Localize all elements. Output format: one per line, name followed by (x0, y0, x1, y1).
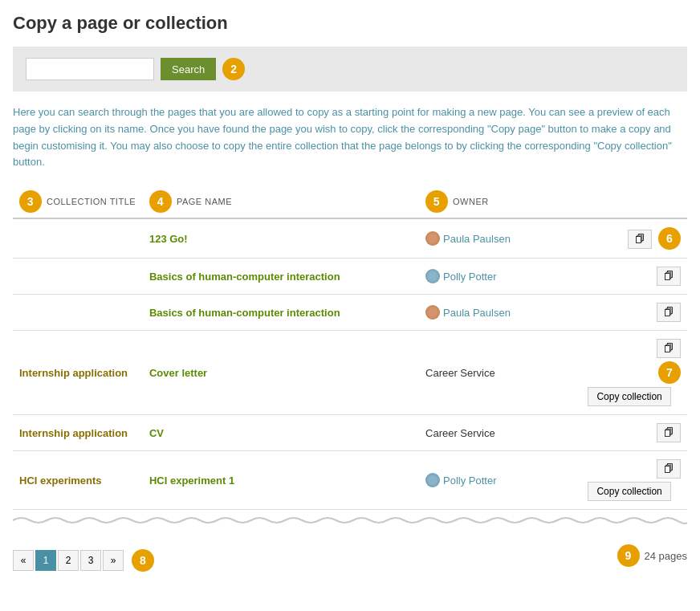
col-header-actions (581, 185, 687, 218)
table-row: Internship applicationCover letterCareer… (13, 331, 687, 415)
wavy-divider (13, 515, 687, 526)
badge-9: 9 (617, 544, 640, 567)
avatar (425, 473, 440, 487)
cell-actions: 🗍 (581, 259, 687, 295)
avatar (425, 231, 440, 246)
page-link[interactable]: 123 Go! (149, 233, 188, 245)
table-row: HCI experimentsHCI experiment 1 Polly Po… (13, 451, 687, 510)
cell-owner: Career Service (419, 415, 581, 451)
copy-page-button[interactable]: 🗍 (657, 267, 681, 286)
cell-collection (13, 259, 143, 295)
page-name[interactable]: CV (149, 427, 164, 439)
copy-page-button[interactable]: 🗍 (657, 303, 681, 322)
table-row: Basics of human-computer interaction Pol… (13, 259, 687, 295)
page-link[interactable]: Basics of human-computer interaction (149, 307, 340, 319)
search-input[interactable] (26, 58, 154, 80)
owner-text: Career Service (425, 427, 495, 439)
badge-3: 3 (19, 190, 42, 213)
page-link[interactable]: Basics of human-computer interaction (149, 271, 340, 283)
pagination-page-2[interactable]: 2 (58, 550, 79, 571)
cell-owner: Career Service (419, 331, 581, 415)
cell-page: HCI experiment 1 (143, 451, 419, 510)
badge-8: 8 (132, 549, 154, 572)
owner-link[interactable]: Paula Paulsen (425, 231, 575, 246)
owner-text: Career Service (425, 367, 495, 379)
copy-icon: 🗍 (664, 307, 674, 318)
cell-collection (13, 295, 143, 331)
cell-owner: Polly Potter (419, 451, 581, 510)
cell-page: Cover letter (143, 331, 419, 415)
cell-actions: 🗍 (581, 295, 687, 331)
page-name[interactable]: 123 Go! (149, 233, 188, 245)
pagination-page-1[interactable]: 1 (35, 550, 56, 571)
copy-page-button[interactable]: 🗍 (657, 423, 681, 442)
copy-collection-button[interactable]: Copy collection (588, 387, 670, 406)
page-name[interactable]: Cover letter (149, 367, 207, 379)
search-button[interactable]: Search (161, 58, 216, 80)
col-header-collection: 3 Collection Title (13, 185, 143, 218)
info-text: Here you can search through the pages th… (13, 104, 687, 171)
cell-actions: 🗍 6 (581, 218, 687, 259)
cell-page: Basics of human-computer interaction (143, 295, 419, 331)
badge-5: 5 (425, 190, 448, 213)
cell-collection (13, 218, 143, 259)
owner-link[interactable]: Paula Paulsen (425, 305, 575, 320)
copy-page-button[interactable]: 🗍 (657, 339, 681, 358)
pagination-wrapper: « 1 2 3 » 8 9 24 pages (13, 540, 687, 572)
cell-page: Basics of human-computer interaction (143, 259, 419, 295)
copy-page-button[interactable]: 🗍 (628, 230, 652, 249)
cell-owner: Paula Paulsen (419, 218, 581, 259)
badge-7: 7 (658, 361, 681, 384)
cell-owner: Paula Paulsen (419, 295, 581, 331)
owner-link[interactable]: Polly Potter (425, 269, 575, 283)
copy-page-button[interactable]: 🗍 (657, 459, 681, 479)
avatar (425, 269, 440, 283)
table-row: Internship applicationCVCareer Service🗍 (13, 415, 687, 451)
owner-link[interactable]: Polly Potter (425, 473, 575, 487)
collection-title: Internship application (19, 427, 128, 439)
avatar (425, 305, 440, 320)
copy-icon: 🗍 (664, 463, 674, 475)
cell-actions: 🗍Copy collection (581, 451, 687, 510)
cell-collection: Internship application (13, 415, 143, 451)
page-name[interactable]: HCI experiment 1 (149, 475, 234, 487)
badge-6: 6 (658, 227, 681, 250)
copy-icon: 🗍 (635, 234, 645, 245)
table-header-row: 3 Collection Title 4 Page Name 5 Owner (13, 185, 687, 218)
cell-actions: 🗍7 Copy collection (581, 331, 687, 415)
collection-title: HCI experiments (19, 475, 102, 487)
copy-icon: 🗍 (664, 427, 674, 438)
copy-icon: 🗍 (664, 271, 674, 282)
page-link[interactable]: CV (149, 427, 164, 439)
pagination-prev[interactable]: « (13, 550, 34, 571)
results-table: 3 Collection Title 4 Page Name 5 Owner 1… (13, 185, 687, 510)
pagination-page-3[interactable]: 3 (80, 550, 101, 571)
copy-collection-button[interactable]: Copy collection (588, 482, 670, 501)
collection-title: Internship application (19, 367, 128, 379)
badge-4: 4 (149, 190, 172, 213)
page-title: Copy a page or collection (13, 13, 687, 34)
page-name[interactable]: Basics of human-computer interaction (149, 271, 340, 283)
cell-page: 123 Go! (143, 218, 419, 259)
cell-actions: 🗍 (581, 415, 687, 451)
page-link[interactable]: HCI experiment 1 (149, 475, 234, 487)
table-row: 123 Go! Paula Paulsen🗍 6 (13, 218, 687, 259)
search-bar: Search 2 (13, 47, 687, 92)
cell-collection: Internship application (13, 331, 143, 415)
page-link[interactable]: Cover letter (149, 367, 207, 379)
table-row: Basics of human-computer interaction Pau… (13, 295, 687, 331)
col-header-page: 4 Page Name (143, 185, 419, 218)
cell-owner: Polly Potter (419, 259, 581, 295)
pagination-next[interactable]: » (103, 550, 124, 571)
page-count: 24 pages (645, 550, 688, 562)
copy-icon: 🗍 (664, 343, 674, 354)
pagination: « 1 2 3 » 8 (13, 549, 154, 572)
badge-2: 2 (222, 58, 245, 80)
page-name[interactable]: Basics of human-computer interaction (149, 307, 340, 319)
col-header-owner: 5 Owner (419, 185, 581, 218)
cell-collection: HCI experiments (13, 451, 143, 510)
cell-page: CV (143, 415, 419, 451)
